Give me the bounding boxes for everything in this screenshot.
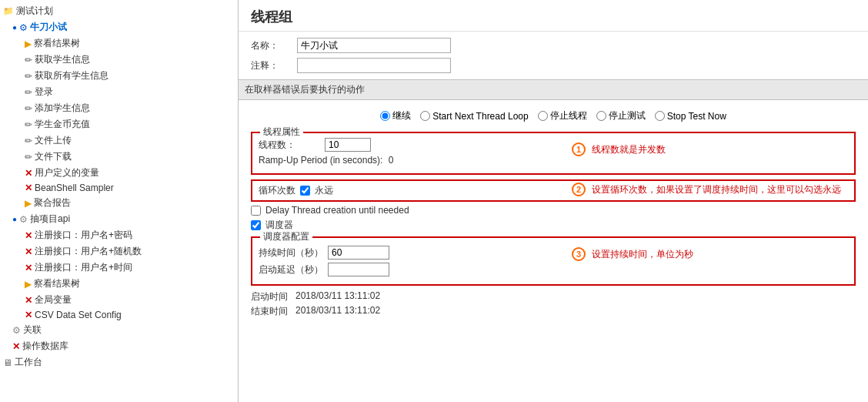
sidebar-item-get-student[interactable]: ✏ 获取学生信息 bbox=[0, 52, 238, 68]
http-icon5: ✏ bbox=[25, 119, 32, 130]
sidebar-item-file-upload[interactable]: ✏ 文件上传 bbox=[0, 132, 238, 149]
sidebar-item-global-vars[interactable]: ✕ 全局变量 bbox=[0, 292, 238, 308]
name-row: 名称： bbox=[251, 38, 856, 53]
name-label: 名称： bbox=[251, 39, 297, 52]
sidebar-item-result2[interactable]: ▶ 察看结果树 bbox=[0, 276, 238, 292]
sidebar-item-agg-report[interactable]: ▶ 聚合报告 bbox=[0, 195, 238, 211]
comment-label: 注释： bbox=[251, 59, 297, 72]
http-icon4: ✏ bbox=[25, 103, 32, 114]
sidebar-item-file-download[interactable]: ✏ 文件下载 bbox=[0, 149, 238, 165]
panel-title: 线程组 bbox=[239, 0, 868, 32]
redx-icon8: ✕ bbox=[12, 341, 20, 352]
sidebar-item-reg2[interactable]: ✕ 注册接口：用户名+随机数 bbox=[0, 243, 238, 260]
radio-stop-now-label: Stop Test Now bbox=[667, 111, 726, 122]
scheduler-checkbox[interactable] bbox=[251, 220, 261, 230]
sidebar-item-result1[interactable]: ▶ 察看结果树 bbox=[0, 35, 238, 52]
redx-icon6: ✕ bbox=[25, 295, 32, 306]
annotation-1-bubble: 1 bbox=[572, 142, 586, 156]
sidebar-title: 📁 测试计划 bbox=[0, 3, 238, 19]
annotation-2-text: 设置循环次数，如果设置了调度持续时间，这里可以勾选永远 bbox=[592, 183, 841, 196]
radio-stop-test[interactable]: 停止测试 bbox=[596, 109, 646, 122]
result-icon2: ▶ bbox=[25, 198, 32, 209]
radio-next-loop-input[interactable] bbox=[420, 111, 430, 121]
radio-stop-thread-label: 停止线程 bbox=[550, 109, 587, 122]
sidebar-item-add-student[interactable]: ✏ 添加学生信息 bbox=[0, 100, 238, 116]
name-input[interactable] bbox=[297, 38, 451, 53]
end-time-row: 结束时间 2018/03/11 13:11:02 bbox=[251, 305, 856, 318]
end-time-label: 结束时间 bbox=[251, 305, 289, 318]
thread-props-title: 线程属性 bbox=[260, 126, 303, 139]
start-time-row: 启动时间 2018/03/11 13:11:02 bbox=[251, 290, 856, 303]
dot-icon2: ● bbox=[12, 215, 17, 223]
radio-stop-now-input[interactable] bbox=[655, 111, 665, 121]
sidebar-item-beanshell[interactable]: ✕ BeanShell Sampler bbox=[0, 181, 238, 195]
startup-delay-label: 启动延迟（秒） bbox=[259, 263, 323, 276]
thread-props-box: 线程属性 线程数： Ramp-Up Period (in seconds): 0 bbox=[251, 132, 856, 175]
thread-count-input[interactable] bbox=[325, 138, 371, 152]
http-icon7: ✏ bbox=[25, 152, 32, 162]
gear-icon2: ⚙ bbox=[12, 325, 21, 336]
http-icon2: ✏ bbox=[25, 71, 32, 82]
radio-stop-test-input[interactable] bbox=[596, 111, 606, 121]
scheduler-row: 调度器 bbox=[251, 219, 856, 232]
gear-blue-icon: ⚙ bbox=[19, 22, 28, 33]
delay-row: Delay Thread creation until needed bbox=[251, 205, 856, 216]
radio-stop-test-label: 停止测试 bbox=[609, 109, 646, 122]
comment-input[interactable] bbox=[297, 58, 451, 73]
sidebar-item-reg1[interactable]: ✕ 注册接口：用户名+密码 bbox=[0, 227, 238, 243]
sidebar-plan-label[interactable]: 测试计划 bbox=[16, 5, 53, 18]
dot-icon: ● bbox=[12, 23, 17, 32]
duration-input[interactable] bbox=[328, 246, 389, 260]
ramp-up-value: 0 bbox=[389, 155, 394, 166]
result-icon3: ▶ bbox=[25, 279, 32, 290]
thread-group-label[interactable]: 牛刀小试 bbox=[30, 21, 67, 34]
annotation-2-bubble: 2 bbox=[572, 183, 586, 196]
loop-count-label: 循环次数 bbox=[259, 184, 295, 197]
annotation-2-container: 2 设置循环次数，如果设置了调度持续时间，这里可以勾选永远 bbox=[569, 183, 841, 196]
http-icon6: ✏ bbox=[25, 136, 32, 146]
annotation-3-bubble: 3 bbox=[572, 247, 586, 261]
thread-count-label: 线程数： bbox=[259, 139, 320, 152]
folder-icon: 📁 bbox=[3, 6, 14, 16]
delay-checkbox[interactable] bbox=[251, 206, 261, 216]
sidebar-item-thread-group[interactable]: ● ⚙ 牛刀小试 bbox=[0, 19, 238, 35]
start-time-label: 启动时间 bbox=[251, 290, 289, 303]
radio-continue-input[interactable] bbox=[380, 111, 390, 121]
startup-delay-input[interactable] bbox=[328, 263, 389, 276]
sidebar-item-relation[interactable]: ⚙ 关联 bbox=[0, 322, 238, 338]
gear-gray-icon: ⚙ bbox=[19, 214, 28, 225]
sidebar-item-student-coin[interactable]: ✏ 学生金币充值 bbox=[0, 116, 238, 132]
redx-icon2: ✕ bbox=[25, 183, 32, 193]
thread-count-row: 线程数： bbox=[259, 138, 848, 152]
sidebar: 📁 测试计划 ● ⚙ 牛刀小试 ▶ 察看结果树 ✏ 获取学生信息 ✏ 获取所有学… bbox=[0, 0, 239, 402]
radio-stop-now[interactable]: Stop Test Now bbox=[655, 111, 726, 122]
sidebar-item-login[interactable]: ✏ 登录 bbox=[0, 84, 238, 100]
scheduler-box: 调度器配置 持续时间（秒） 启动延迟（秒） bbox=[251, 236, 856, 286]
sidebar-item-csv[interactable]: ✕ CSV Data Set Config bbox=[0, 308, 238, 322]
radio-stop-thread[interactable]: 停止线程 bbox=[538, 109, 587, 122]
sidebar-item-workbench[interactable]: 🖥 工作台 bbox=[0, 354, 238, 370]
sidebar-item-get-all-students[interactable]: ✏ 获取所有学生信息 bbox=[0, 68, 238, 84]
annotation-1-container: 1 线程数就是并发数 bbox=[569, 142, 666, 156]
redx-icon4: ✕ bbox=[25, 246, 32, 257]
radio-continue[interactable]: 继续 bbox=[380, 109, 411, 122]
sampler-error-section: 在取样器错误后要执行的动作 bbox=[239, 79, 868, 100]
sidebar-item-reg3[interactable]: ✕ 注册接口：用户名+时间 bbox=[0, 260, 238, 276]
start-time-value: 2018/03/11 13:11:02 bbox=[295, 290, 380, 303]
redx-icon7: ✕ bbox=[25, 310, 32, 320]
annotation-3-container: 3 设置持续时间，单位为秒 bbox=[569, 247, 693, 261]
sidebar-item-api-group[interactable]: ● ⚙ 抽项目api bbox=[0, 211, 238, 227]
ramp-up-label: Ramp-Up Period (in seconds): bbox=[259, 155, 382, 166]
sidebar-item-user-vars[interactable]: ✕ 用户定义的变量 bbox=[0, 165, 238, 181]
loop-section: 循环次数 永远 2 设置循环次数，如果设置了调度持续时间，这里可以勾选永远 bbox=[239, 179, 868, 202]
loop-forever-checkbox[interactable] bbox=[300, 186, 310, 196]
radio-stop-thread-input[interactable] bbox=[538, 111, 548, 121]
annotation-1-text: 线程数就是并发数 bbox=[592, 143, 666, 156]
sidebar-item-db[interactable]: ✕ 操作数据库 bbox=[0, 338, 238, 354]
result-icon: ▶ bbox=[25, 39, 32, 49]
delay-label: Delay Thread creation until needed bbox=[265, 205, 409, 216]
loop-forever-label: 永远 bbox=[315, 184, 333, 197]
main-panel: 线程组 名称： 注释： 在取样器错误后要执行的动作 继续 Start Next … bbox=[239, 0, 868, 402]
sampler-error-label: 在取样器错误后要执行的动作 bbox=[245, 84, 365, 95]
radio-next-loop[interactable]: Start Next Thread Loop bbox=[420, 111, 529, 122]
